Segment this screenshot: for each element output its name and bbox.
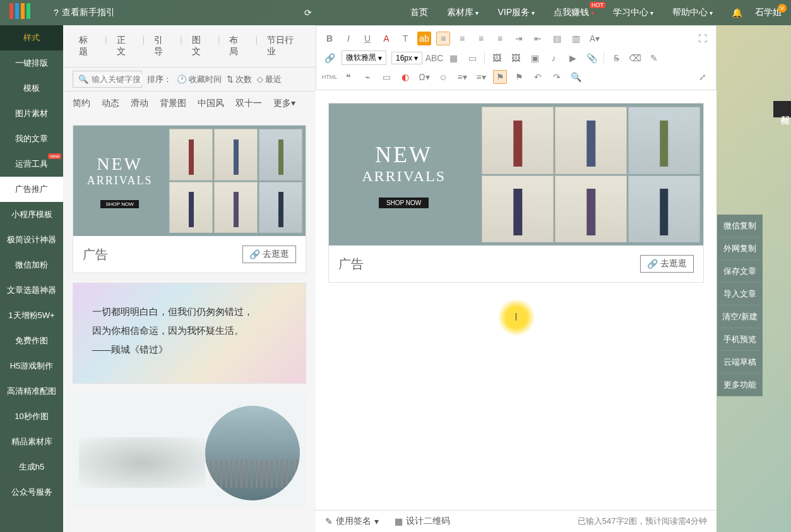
sidebar-item-template[interactable]: 模板 bbox=[0, 76, 63, 101]
nav-learn[interactable]: 学习中心▾ bbox=[613, 7, 653, 18]
sidebar-item-ads[interactable]: 广告推广 bbox=[0, 177, 63, 202]
sidebar-item-fans[interactable]: 1天增粉5W+ bbox=[0, 303, 63, 328]
nav-assets[interactable]: 素材库▾ bbox=[447, 7, 479, 18]
font-select[interactable]: 微软雅黑▾ bbox=[342, 50, 386, 65]
config-tab[interactable]: 配特 bbox=[773, 101, 791, 117]
sidebar-item-premium[interactable]: 精品素材库 bbox=[0, 429, 63, 454]
underline-button[interactable]: U bbox=[360, 32, 374, 45]
canvas-ad-card[interactable]: NEW ARRIVALS SHOP NOW 广告 🔗去逛逛 bbox=[328, 103, 704, 283]
float-right-button[interactable]: ▥ bbox=[569, 32, 583, 45]
html-button[interactable]: HTML bbox=[323, 70, 336, 84]
sidebar-item-images[interactable]: 图片素材 bbox=[0, 101, 63, 126]
font-color-button[interactable]: A bbox=[379, 32, 393, 45]
sort-recent[interactable]: ◇最近 bbox=[257, 74, 282, 85]
nav-vip[interactable]: VIP服务▾ bbox=[497, 7, 535, 18]
quote-card[interactable]: 一切都明明白白，但我们仍匆匆错过， 因为你相信命运，因为我怀疑生活。 ——顾城《… bbox=[73, 283, 306, 384]
sort-time[interactable]: 🕐收藏时间 bbox=[177, 74, 222, 85]
italic-button[interactable]: I bbox=[342, 32, 355, 45]
visit-button[interactable]: 🔗去逛逛 bbox=[242, 245, 296, 263]
align-left-button[interactable]: ≡ bbox=[436, 32, 450, 45]
logo[interactable] bbox=[9, 3, 47, 22]
rp-import[interactable]: 导入文章 bbox=[717, 283, 763, 305]
link-button[interactable]: 🔗 bbox=[323, 51, 336, 65]
collapse-button[interactable]: ⤢ bbox=[696, 70, 710, 84]
card-button[interactable]: ▭ bbox=[465, 51, 479, 65]
gallery-button[interactable]: 🖼 bbox=[509, 51, 523, 65]
sidebar-item-h5game[interactable]: H5游戏制作 bbox=[0, 353, 63, 379]
nav-home[interactable]: 首页 bbox=[410, 7, 428, 18]
color-picker-button[interactable]: ✎ bbox=[647, 51, 661, 65]
preview-button[interactable]: 🔍 bbox=[569, 70, 583, 84]
tab-body[interactable]: 正文 bbox=[110, 32, 140, 61]
rp-save[interactable]: 保存文章 bbox=[717, 260, 763, 283]
tab-title[interactable]: 标题 bbox=[73, 32, 102, 61]
filter-simple[interactable]: 简约 bbox=[73, 98, 90, 109]
time-button[interactable]: ◐ bbox=[398, 70, 412, 84]
tab-holiday[interactable]: 节日行业 bbox=[261, 32, 306, 61]
anchor-button[interactable]: ⚑ bbox=[493, 70, 507, 84]
video-button[interactable]: ▶ bbox=[566, 51, 580, 65]
music-button[interactable]: ♪ bbox=[547, 51, 561, 65]
sidebar-item-genh5[interactable]: 生成h5 bbox=[0, 454, 63, 480]
code-button[interactable]: ⌁ bbox=[360, 70, 374, 84]
canvas[interactable]: NEW ARRIVALS SHOP NOW 广告 🔗去逛逛 I bbox=[316, 90, 717, 519]
emoji-button[interactable]: ☺ bbox=[436, 70, 450, 84]
sidebar-item-layout[interactable]: 一键排版 bbox=[0, 50, 63, 76]
redo-button[interactable]: ↷ bbox=[550, 70, 564, 84]
bridge-card[interactable] bbox=[73, 393, 306, 507]
sidebar-item-miniapp[interactable]: 小程序模板 bbox=[0, 202, 63, 227]
eraser-button[interactable]: ⌫ bbox=[628, 51, 642, 65]
bg-color-button[interactable]: T bbox=[398, 32, 412, 45]
rp-preview[interactable]: 手机预览 bbox=[717, 328, 763, 351]
strikethrough-button[interactable]: S̶ bbox=[609, 51, 623, 65]
float-left-button[interactable]: ▤ bbox=[550, 32, 564, 45]
search-input[interactable] bbox=[92, 74, 142, 84]
sort-count[interactable]: ⇅次数 bbox=[227, 74, 252, 85]
omega-button[interactable]: Ω▾ bbox=[417, 70, 431, 84]
crop-button[interactable]: ▣ bbox=[528, 51, 542, 65]
style-button[interactable]: A▾ bbox=[588, 32, 602, 45]
align-justify-button[interactable]: ≡ bbox=[493, 32, 507, 45]
sidebar-item-topic[interactable]: 文章选题神器 bbox=[0, 278, 63, 303]
rp-clear[interactable]: 清空/新建 bbox=[717, 305, 763, 328]
flag-button[interactable]: ⚑ bbox=[512, 70, 526, 84]
qr-button[interactable]: ▦设计二维码 bbox=[395, 516, 450, 527]
nav-help[interactable]: 帮助中心▾ bbox=[672, 7, 713, 18]
rp-draft[interactable]: 云端草稿 bbox=[717, 351, 763, 374]
sidebar-item-wechat[interactable]: 微信加粉 bbox=[0, 252, 63, 278]
guide-link[interactable]: ? 查看新手指引 bbox=[54, 7, 115, 18]
filter-1111[interactable]: 双十一 bbox=[235, 98, 262, 109]
filter-slide[interactable]: 滑动 bbox=[131, 98, 148, 109]
tab-imgtext[interactable]: 图文 bbox=[186, 32, 215, 61]
sidebar-item-articles[interactable]: 我的文章 bbox=[0, 126, 63, 151]
bold-button[interactable]: B bbox=[323, 32, 336, 45]
attachment-button[interactable]: 📎 bbox=[585, 51, 598, 65]
indent-button[interactable]: ⇥ bbox=[512, 32, 526, 45]
sidebar-item-design[interactable]: 极简设计神器 bbox=[0, 227, 63, 252]
filter-more[interactable]: 更多▾ bbox=[273, 98, 295, 109]
rp-web-copy[interactable]: 外网复制 bbox=[717, 237, 763, 260]
align-right-button[interactable]: ≡ bbox=[474, 32, 488, 45]
rp-wechat-copy[interactable]: 微信复制 bbox=[717, 215, 763, 237]
quote-button[interactable]: ❝ bbox=[342, 70, 355, 84]
tab-layout[interactable]: 布局 bbox=[223, 32, 252, 61]
block-button[interactable]: ▭ bbox=[379, 70, 393, 84]
clear-format-button[interactable]: ABC bbox=[427, 51, 441, 65]
signature-button[interactable]: ✎使用签名▾ bbox=[325, 516, 379, 527]
sidebar-item-freeimg[interactable]: 免费作图 bbox=[0, 328, 63, 353]
refresh-icon[interactable]: ⟳ bbox=[304, 8, 312, 18]
filter-chinese[interactable]: 中国风 bbox=[198, 98, 224, 109]
rp-more[interactable]: 更多功能 bbox=[717, 374, 763, 396]
sidebar-item-account[interactable]: 公众号服务 bbox=[0, 480, 63, 505]
size-select[interactable]: 16px▾ bbox=[391, 52, 422, 64]
nav-earn[interactable]: 点我赚钱▾HOT bbox=[554, 7, 594, 18]
sidebar-item-10sec[interactable]: 10秒作图 bbox=[0, 404, 63, 429]
outdent-button[interactable]: ⇤ bbox=[531, 32, 545, 45]
sidebar-item-tools[interactable]: 运营工具new bbox=[0, 151, 63, 177]
user-menu[interactable]: 石学姐V bbox=[755, 7, 782, 18]
align-center-button[interactable]: ≡ bbox=[455, 32, 469, 45]
line-height-button[interactable]: ≡▾ bbox=[474, 70, 488, 84]
expand-button[interactable]: ⛶ bbox=[696, 32, 710, 45]
filter-bg[interactable]: 背景图 bbox=[160, 98, 186, 109]
sidebar-item-hd[interactable]: 高清精准配图 bbox=[0, 379, 63, 404]
